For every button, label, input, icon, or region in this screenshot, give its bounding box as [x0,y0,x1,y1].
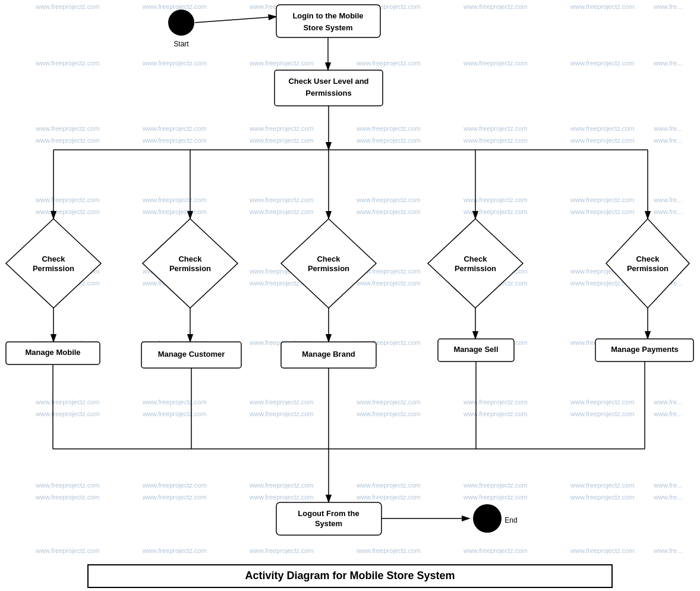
svg-text:www.freeprojectz.com: www.freeprojectz.com [463,398,528,405]
login-text-line2: Store System [303,23,352,32]
svg-text:www.freeprojectz.com: www.freeprojectz.com [35,547,100,554]
svg-text:www.freeprojectz.com: www.freeprojectz.com [356,279,421,287]
svg-text:www.freeprojectz.com: www.freeprojectz.com [463,493,528,501]
svg-text:www.freeprojectz.com: www.freeprojectz.com [356,125,421,132]
svg-text:www.freeprojectz.com: www.freeprojectz.com [35,125,100,132]
svg-text:www.freeprojectz.com: www.freeprojectz.com [356,493,421,501]
svg-text:www.freeprojectz.com: www.freeprojectz.com [463,137,528,144]
diamond3-text2: Permission [308,264,349,273]
manage-mobile-text: Manage Mobile [25,348,80,357]
svg-text:www.freeprojectz.com: www.freeprojectz.com [570,3,635,10]
svg-text:www.freeprojectz.com: www.freeprojectz.com [570,59,635,67]
svg-text:www.freeprojectz.com: www.freeprojectz.com [463,208,528,215]
diagram-title: Activity Diagram for Mobile Store System [245,570,455,581]
svg-text:www.freeprojectz.com: www.freeprojectz.com [142,398,207,405]
diamond4-text1: Check [463,254,487,263]
svg-text:www.freeprojectz.com: www.freeprojectz.com [356,482,421,489]
svg-text:www.freeprojectz.com: www.freeprojectz.com [35,59,100,67]
svg-text:www.fre...: www.fre... [653,59,682,67]
svg-text:www.freeprojectz.com: www.freeprojectz.com [35,137,100,144]
svg-text:www.freeprojectz.com: www.freeprojectz.com [570,482,635,489]
svg-text:www.freeprojectz.com: www.freeprojectz.com [142,410,207,417]
diamond5-text2: Permission [627,264,669,273]
diagram-area: www.freeprojectz.com www.freeprojectz.co… [0,0,700,591]
svg-text:www.freeprojectz.com: www.freeprojectz.com [142,493,207,501]
svg-text:www.freeprojectz.com: www.freeprojectz.com [570,547,635,554]
check-perm-text1: Check User Level and [288,77,368,86]
svg-text:www.freeprojectz.com: www.freeprojectz.com [356,398,421,405]
svg-text:www.freeprojectz.com: www.freeprojectz.com [570,137,635,144]
svg-text:www.fre...: www.fre... [653,196,682,203]
manage-brand-text: Manage Brand [302,350,355,359]
diamond1-text2: Permission [33,264,74,273]
diamond3-text1: Check [317,254,340,263]
svg-text:www.freeprojectz.com: www.freeprojectz.com [356,410,421,417]
svg-text:www.freeprojectz.com: www.freeprojectz.com [249,398,314,405]
manage-sell-text: Manage Sell [453,345,498,354]
svg-text:www.freeprojectz.com: www.freeprojectz.com [356,208,421,215]
diamond4-text2: Permission [455,264,496,273]
start-label: Start [174,40,189,48]
diamond1-text1: Check [42,254,65,263]
svg-text:www.freeprojectz.com: www.freeprojectz.com [142,3,207,10]
svg-text:www.freeprojectz.com: www.freeprojectz.com [356,137,421,144]
svg-text:www.freeprojectz.com: www.freeprojectz.com [356,547,421,554]
svg-text:www.freeprojectz.com: www.freeprojectz.com [142,196,207,203]
svg-text:www.freeprojectz.com: www.freeprojectz.com [463,196,528,203]
svg-text:www.freeprojectz.com: www.freeprojectz.com [35,3,100,10]
svg-text:www.freeprojectz.com: www.freeprojectz.com [463,410,528,417]
svg-text:www.freeprojectz.com: www.freeprojectz.com [463,482,528,489]
svg-text:www.freeprojectz.com: www.freeprojectz.com [35,410,100,417]
svg-text:www.fre...: www.fre... [653,3,682,10]
login-box [276,5,380,37]
svg-text:www.freeprojectz.com: www.freeprojectz.com [249,196,314,203]
svg-text:www.freeprojectz.com: www.freeprojectz.com [249,208,314,215]
manage-customer-text: Manage Customer [158,350,225,359]
svg-text:www.freeprojectz.com: www.freeprojectz.com [570,398,635,405]
svg-text:www.freeprojectz.com: www.freeprojectz.com [463,547,528,554]
svg-text:www.freeprojectz.com: www.freeprojectz.com [142,125,207,132]
svg-text:www.fre...: www.fre... [653,398,682,405]
login-text-line1: Login to the Mobile [292,11,363,20]
svg-text:www.freeprojectz.com: www.freeprojectz.com [142,482,207,489]
svg-text:www.freeprojectz.com: www.freeprojectz.com [249,482,314,489]
svg-text:www.freeprojectz.com: www.freeprojectz.com [356,59,421,67]
svg-text:www.freeprojectz.com: www.freeprojectz.com [570,196,635,203]
svg-text:www.freeprojectz.com: www.freeprojectz.com [463,125,528,132]
svg-text:www.freeprojectz.com: www.freeprojectz.com [249,493,314,501]
svg-text:www.freeprojectz.com: www.freeprojectz.com [35,398,100,405]
diamond2-text2: Permission [169,264,211,273]
svg-text:www.freeprojectz.com: www.freeprojectz.com [249,59,314,67]
svg-text:www.freeprojectz.com: www.freeprojectz.com [35,196,100,203]
svg-text:www.fre...: www.fre... [653,125,682,132]
svg-text:www.freeprojectz.com: www.freeprojectz.com [142,59,207,67]
diamond2-text1: Check [178,254,202,263]
svg-text:www.freeprojectz.com: www.freeprojectz.com [249,137,314,144]
svg-text:www.freeprojectz.com: www.freeprojectz.com [249,547,314,554]
svg-text:www.freeprojectz.com: www.freeprojectz.com [35,482,100,489]
svg-text:www.freeprojectz.com: www.freeprojectz.com [463,3,528,10]
svg-text:www.freeprojectz.com: www.freeprojectz.com [142,137,207,144]
check-permissions-box [275,70,383,106]
end-label: End [504,516,517,524]
logout-text1: Logout From the [298,509,359,518]
svg-text:www.fre...: www.fre... [653,482,682,489]
svg-text:www.fre...: www.fre... [653,137,682,144]
arrow-start-login [195,17,276,23]
svg-text:www.freeprojectz.com: www.freeprojectz.com [35,493,100,501]
svg-text:www.freeprojectz.com: www.freeprojectz.com [356,196,421,203]
svg-text:www.freeprojectz.com: www.freeprojectz.com [570,208,635,215]
svg-text:www.fre...: www.fre... [653,410,682,417]
diamond5-text1: Check [636,254,660,263]
svg-text:www.freeprojectz.com: www.freeprojectz.com [463,59,528,67]
svg-text:www.freeprojectz.com: www.freeprojectz.com [570,493,635,501]
svg-text:www.fre...: www.fre... [653,208,682,215]
end-node [473,504,502,533]
svg-text:www.freeprojectz.com: www.freeprojectz.com [570,410,635,417]
svg-text:www.freeprojectz.com: www.freeprojectz.com [142,208,207,215]
check-perm-text2: Permissions [305,89,351,98]
logout-text2: System [315,519,342,528]
svg-text:www.freeprojectz.com: www.freeprojectz.com [249,125,314,132]
svg-text:www.freeprojectz.com: www.freeprojectz.com [35,208,100,215]
svg-text:www.freeprojectz.com: www.freeprojectz.com [570,125,635,132]
